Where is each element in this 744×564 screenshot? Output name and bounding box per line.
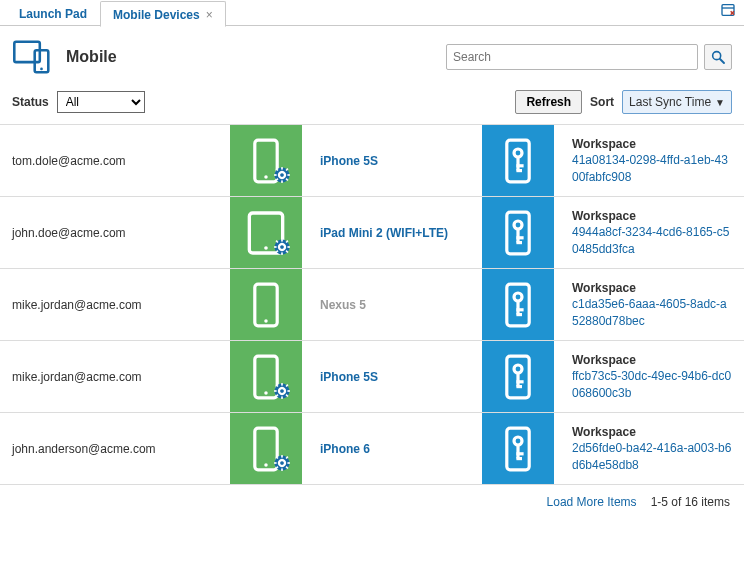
user-email: mike.jordan@acme.com: [0, 269, 230, 340]
gear-icon: [272, 165, 292, 188]
gear-icon: [272, 381, 292, 404]
search-input[interactable]: [446, 44, 698, 70]
list-footer: Load More Items 1-5 of 16 items: [0, 485, 744, 519]
workspace-label: Workspace: [572, 424, 744, 440]
workspace-id[interactable]: ffcb73c5-30dc-49ec-94b6-dc0068600c3b: [572, 368, 732, 400]
workspace-tile[interactable]: [482, 341, 554, 412]
device-tile[interactable]: [230, 413, 302, 484]
status-label: Status: [12, 95, 49, 109]
workspace-label: Workspace: [572, 136, 744, 152]
page-title: Mobile: [66, 48, 117, 66]
workspace-id[interactable]: 2d56fde0-ba42-416a-a003-b6d6b4e58db8: [572, 440, 732, 472]
tab-label: Mobile Devices: [113, 8, 200, 22]
device-tile[interactable]: [230, 197, 302, 268]
item-range: 1-5 of 16 items: [651, 495, 730, 509]
device-name[interactable]: Nexus 5: [302, 269, 482, 340]
device-row: mike.jordan@acme.comNexus 5Workspacec1da…: [0, 269, 744, 341]
device-name[interactable]: iPhone 5S: [302, 125, 482, 196]
device-row: john.anderson@acme.comiPhone 6Workspace2…: [0, 413, 744, 485]
tab-launch-pad[interactable]: Launch Pad: [6, 0, 100, 26]
user-email: mike.jordan@acme.com: [0, 341, 230, 412]
close-panel-icon[interactable]: [720, 2, 736, 18]
workspace-label: Workspace: [572, 208, 744, 224]
device-name[interactable]: iPhone 6: [302, 413, 482, 484]
chevron-down-icon: ▼: [715, 97, 725, 108]
workspace-tile[interactable]: [482, 269, 554, 340]
status-select[interactable]: All: [57, 91, 145, 113]
device-row: tom.dole@acme.comiPhone 5SWorkspace41a08…: [0, 125, 744, 197]
workspace-tile[interactable]: [482, 125, 554, 196]
device-row: mike.jordan@acme.comiPhone 5SWorkspaceff…: [0, 341, 744, 413]
sort-value: Last Sync Time: [629, 95, 711, 109]
load-more-link[interactable]: Load More Items: [547, 495, 637, 509]
mobile-devices-icon: [12, 40, 54, 74]
search-button[interactable]: [704, 44, 732, 70]
workspace-id[interactable]: c1da35e6-6aaa-4605-8adc-a52880d78bec: [572, 296, 732, 328]
close-tab-icon[interactable]: ×: [206, 8, 213, 22]
device-tile[interactable]: [230, 269, 302, 340]
sort-label: Sort: [590, 95, 614, 109]
sort-select[interactable]: Last Sync Time ▼: [622, 90, 732, 114]
workspace-cell: Workspace4944a8cf-3234-4cd6-8165-c50485d…: [554, 197, 744, 268]
user-email: tom.dole@acme.com: [0, 125, 230, 196]
tab-mobile-devices[interactable]: Mobile Devices×: [100, 1, 226, 27]
workspace-cell: Workspacec1da35e6-6aaa-4605-8adc-a52880d…: [554, 269, 744, 340]
device-name[interactable]: iPad Mini 2 (WIFI+LTE): [302, 197, 482, 268]
device-tile[interactable]: [230, 341, 302, 412]
workspace-label: Workspace: [572, 352, 744, 368]
workspace-cell: Workspaceffcb73c5-30dc-49ec-94b6-dc00686…: [554, 341, 744, 412]
workspace-cell: Workspace41a08134-0298-4ffd-a1eb-4300fab…: [554, 125, 744, 196]
device-name[interactable]: iPhone 5S: [302, 341, 482, 412]
gear-icon: [272, 453, 292, 476]
workspace-id[interactable]: 41a08134-0298-4ffd-a1eb-4300fabfc908: [572, 152, 732, 184]
workspace-cell: Workspace2d56fde0-ba42-416a-a003-b6d6b4e…: [554, 413, 744, 484]
device-row: john.doe@acme.comiPad Mini 2 (WIFI+LTE)W…: [0, 197, 744, 269]
device-tile[interactable]: [230, 125, 302, 196]
workspace-label: Workspace: [572, 280, 744, 296]
user-email: john.anderson@acme.com: [0, 413, 230, 484]
workspace-tile[interactable]: [482, 413, 554, 484]
workspace-tile[interactable]: [482, 197, 554, 268]
workspace-id[interactable]: 4944a8cf-3234-4cd6-8165-c50485dd3fca: [572, 224, 732, 256]
tab-bar: Launch PadMobile Devices×: [0, 0, 744, 26]
tab-label: Launch Pad: [19, 7, 87, 21]
device-list: tom.dole@acme.comiPhone 5SWorkspace41a08…: [0, 124, 744, 485]
user-email: john.doe@acme.com: [0, 197, 230, 268]
gear-icon: [272, 237, 292, 260]
refresh-button[interactable]: Refresh: [515, 90, 582, 114]
